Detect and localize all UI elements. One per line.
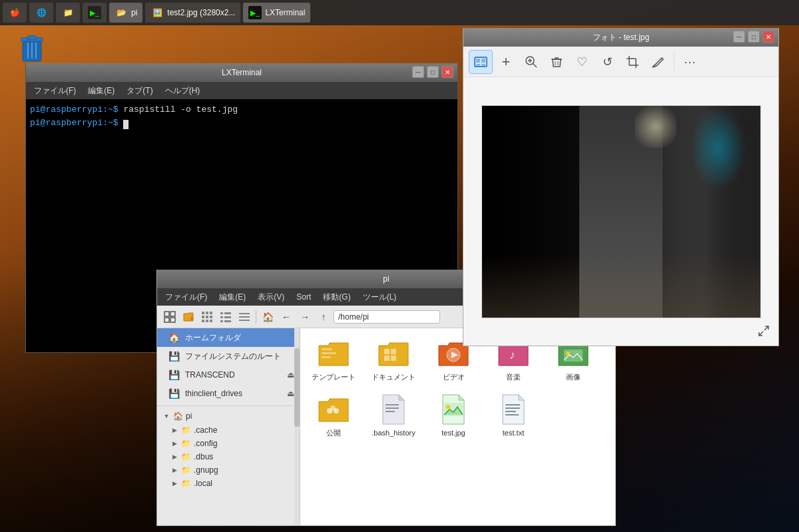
fm-newfolder-btn[interactable]: +	[180, 308, 197, 326]
fm-icons-btn[interactable]	[198, 308, 216, 326]
svg-rect-52	[505, 414, 519, 415]
svg-rect-27	[239, 316, 250, 318]
svg-rect-46	[386, 411, 395, 412]
file-item-documents[interactable]: ドキュメント	[367, 335, 420, 384]
file-grid: テンプレート ドキュメント	[300, 328, 615, 525]
photo-window-controls: ─ □ ✕	[733, 31, 774, 43]
file-item-public[interactable]: 公開	[307, 391, 360, 440]
public-folder-icon	[318, 394, 350, 425]
terminal-title: LXTerminal	[31, 68, 452, 77]
image-icon: 🖼️	[150, 6, 164, 19]
file-item-testtxt[interactable]: test.txt	[487, 391, 540, 440]
tree-item-pi[interactable]: ▼ 🏠 pi	[157, 409, 300, 423]
desktop: 🍎 🌐 📁 ▶_ 📂 pi 🖼️ test2.jpg (3280x2... ▶_…	[0, 0, 799, 532]
taskbar-item-lxterminal[interactable]: ▶_ LXTerminal	[243, 3, 310, 23]
sidebar-item-transcend-label: TRANSCEND	[185, 370, 235, 380]
filemanager-sidebar: 🏠 ホームフォルダ 💾 ファイルシステムのルート 💾 TRANSCEND ⏏	[157, 328, 300, 525]
fm-view-btn[interactable]	[161, 308, 178, 326]
fm-menu-file[interactable]: ファイル(F)	[160, 290, 212, 305]
fm-list-btn[interactable]	[236, 308, 253, 326]
taskbar-item-globe[interactable]: 🌐	[29, 3, 53, 23]
photo-add-btn[interactable]: +	[494, 50, 518, 74]
fm-forward-btn[interactable]: →	[296, 308, 314, 326]
photo-expand-btn[interactable]	[754, 322, 773, 340]
tree-item-dbus[interactable]: ▶ 📁 .dbus	[165, 450, 300, 463]
photo-crop-btn[interactable]	[621, 50, 645, 74]
terminal-small-icon: ▶_	[88, 6, 101, 19]
photo-delete-btn[interactable]	[545, 50, 569, 74]
photo-content-area[interactable]	[463, 77, 778, 346]
svg-point-48	[446, 405, 450, 409]
photo-title: フォト - test.jpg	[470, 32, 772, 43]
eject-thinclient-icon[interactable]: ⏏	[287, 389, 294, 398]
terminal-prompt-2: pi@raspberrypi:~$	[30, 118, 119, 128]
eject-transcend-icon[interactable]: ⏏	[287, 370, 294, 380]
photo-zoomin-btn[interactable]	[519, 50, 543, 74]
testjpg-label: test.jpg	[441, 428, 465, 437]
terminal-menu-file[interactable]: ファイル(F)	[29, 83, 81, 99]
tree-item-config[interactable]: ▶ 📁 .config	[165, 437, 300, 450]
svg-rect-32	[384, 349, 390, 354]
photo-more-btn[interactable]: ⋯	[678, 50, 702, 74]
svg-rect-31	[322, 356, 331, 358]
file-item-bash-history[interactable]: .bash_history	[367, 391, 420, 440]
terminal-maximize-btn[interactable]: □	[427, 66, 439, 78]
fm-up-btn[interactable]: ↑	[315, 308, 332, 326]
terminal-menu-tab[interactable]: タブ(T)	[121, 83, 158, 99]
terminal-close-btn[interactable]: ✕	[441, 66, 453, 78]
svg-rect-25	[224, 320, 231, 322]
sidebar-item-home[interactable]: 🏠 ホームフォルダ	[157, 328, 300, 347]
fm-back-btn[interactable]: ←	[278, 308, 295, 326]
tree-config-label: .config	[194, 439, 217, 448]
tree-expand-local: ▶	[170, 479, 178, 487]
photo-minimize-btn[interactable]: ─	[733, 31, 745, 43]
templates-label: テンプレート	[312, 372, 356, 382]
fm-menu-tools[interactable]: ツール(L)	[358, 290, 402, 305]
sidebar-item-thinclient-label: thinclient_drives	[185, 389, 242, 398]
photo-rotate-btn[interactable]: ↺	[595, 50, 619, 74]
sidebar-item-root[interactable]: 💾 ファイルシステムのルート	[157, 347, 300, 366]
fm-path-bar[interactable]: /home/pi	[334, 310, 440, 324]
svg-rect-13	[210, 312, 212, 314]
sidebar-scrollbar-thumb[interactable]	[294, 348, 300, 427]
terminal-menu-help[interactable]: ヘルプ(H)	[160, 83, 206, 99]
tree-pi-label: pi	[186, 411, 192, 421]
sidebar-item-thinclient[interactable]: 💾 thinclient_drives ⏏	[157, 384, 300, 403]
video-label: ビデオ	[443, 372, 465, 382]
svg-rect-51	[505, 411, 516, 412]
taskbar-item-pi[interactable]: 📂 pi	[109, 3, 142, 23]
photo-gallery-btn[interactable]	[469, 50, 493, 74]
terminal-menu-edit[interactable]: 編集(E)	[83, 83, 120, 99]
file-item-templates[interactable]: テンプレート	[307, 335, 360, 384]
fm-menu-sort[interactable]: Sort	[291, 290, 316, 304]
apple-icon: 🍎	[8, 6, 21, 19]
desktop-trash-icon[interactable]	[12, 33, 52, 63]
tree-item-cache[interactable]: ▶ 📁 .cache	[165, 423, 300, 437]
music-label: 音楽	[506, 372, 521, 382]
file-item-testjpg[interactable]: test.jpg	[427, 391, 480, 440]
terminal-window-controls: ─ □ ✕	[412, 66, 453, 78]
taskbar-item-terminal-icon[interactable]: ▶_	[83, 3, 107, 23]
tree-item-gnupg[interactable]: ▶ 📁 .gnupg	[165, 463, 300, 477]
fm-menu-edit[interactable]: 編集(E)	[214, 290, 251, 305]
fm-menu-go[interactable]: 移動(G)	[318, 290, 356, 305]
taskbar-item-test2[interactable]: 🖼️ test2.jpg (3280x2...	[145, 3, 240, 23]
taskbar-item-folder[interactable]: 📁	[56, 3, 80, 23]
fm-menu-view[interactable]: 表示(V)	[252, 290, 290, 305]
fm-home-btn[interactable]: 🏠	[259, 308, 276, 326]
sidebar-item-transcend[interactable]: 💾 TRANSCEND ⏏	[157, 366, 300, 384]
photo-heart-btn[interactable]: ♡	[570, 50, 594, 74]
hallway-bg	[482, 106, 760, 318]
fm-compact-btn[interactable]	[217, 308, 234, 326]
svg-rect-16	[210, 316, 212, 318]
terminal-menubar: ファイル(F) 編集(E) タブ(T) ヘルプ(H)	[26, 82, 457, 99]
taskbar-item-apple[interactable]: 🍎	[3, 3, 27, 23]
photo-edit-btn[interactable]	[646, 50, 670, 74]
tree-item-local[interactable]: ▶ 📁 .local	[165, 477, 300, 490]
terminal-line-1: pi@raspberrypi:~$ raspistill -o test.jpg	[30, 103, 453, 117]
photo-close-btn[interactable]: ✕	[762, 31, 774, 43]
photo-maximize-btn[interactable]: □	[748, 31, 760, 43]
photo-viewer-window: フォト - test.jpg ─ □ ✕ +	[463, 28, 779, 346]
terminal-minimize-btn[interactable]: ─	[412, 66, 424, 78]
svg-rect-44	[386, 404, 399, 405]
